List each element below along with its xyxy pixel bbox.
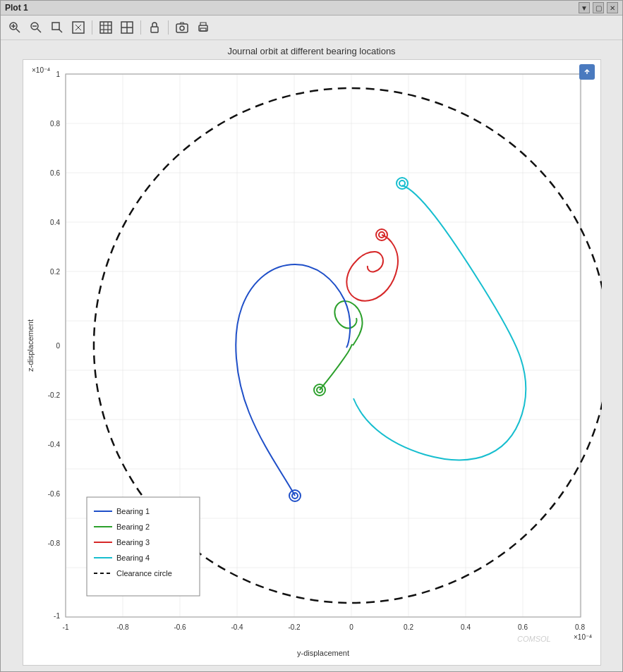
snapshot-button[interactable] <box>172 18 192 37</box>
svg-rect-21 <box>176 24 188 32</box>
title-bar: Plot 1 ▼ ▢ ✕ <box>1 1 622 16</box>
separator-1 <box>92 20 92 35</box>
svg-rect-20 <box>151 27 158 32</box>
zoom-in-button[interactable] <box>5 18 25 37</box>
svg-text:Clearance circle: Clearance circle <box>116 569 172 578</box>
svg-text:0.6: 0.6 <box>50 169 60 177</box>
svg-text:-1: -1 <box>54 612 60 620</box>
separator-3 <box>168 20 169 35</box>
svg-text:z-displacement: z-displacement <box>26 319 35 372</box>
svg-rect-16 <box>100 22 111 33</box>
plot-title: Journal orbit at different bearing locat… <box>227 46 395 56</box>
plot-area: Journal orbit at different bearing locat… <box>1 40 622 671</box>
svg-text:0.8: 0.8 <box>50 120 60 128</box>
close-button[interactable]: ✕ <box>607 2 618 13</box>
export-button[interactable] <box>579 64 595 80</box>
chart-container: 1 0.8 0.6 0.4 0.2 0 -0.2 -0.4 -0.6 -0.8 … <box>23 59 601 666</box>
zoom-box-button[interactable] <box>47 18 67 37</box>
svg-line-1 <box>16 29 20 32</box>
svg-text:-0.2: -0.2 <box>47 391 60 399</box>
svg-line-8 <box>59 29 62 32</box>
svg-text:0.2: 0.2 <box>404 623 413 631</box>
minimize-button[interactable]: ▼ <box>579 2 590 13</box>
svg-text:Bearing 2: Bearing 2 <box>116 523 150 531</box>
svg-text:0.8: 0.8 <box>575 623 585 631</box>
zoom-out-button[interactable] <box>26 18 46 37</box>
svg-text:-0.6: -0.6 <box>174 623 186 631</box>
svg-text:Bearing 4: Bearing 4 <box>116 554 150 562</box>
svg-text:-0.2: -0.2 <box>288 623 301 631</box>
svg-text:0.2: 0.2 <box>50 268 60 276</box>
svg-text:1: 1 <box>56 71 60 78</box>
svg-text:-0.4: -0.4 <box>47 441 60 448</box>
svg-rect-7 <box>52 23 59 30</box>
restore-button[interactable]: ▢ <box>593 2 604 13</box>
svg-text:COMSOL: COMSOL <box>517 635 551 643</box>
svg-text:0.6: 0.6 <box>518 623 528 631</box>
svg-text:0: 0 <box>349 623 353 631</box>
svg-text:×10⁻⁴: ×10⁻⁴ <box>32 66 50 74</box>
main-window: Plot 1 ▼ ▢ ✕ <box>0 0 623 672</box>
window-title: Plot 1 <box>5 3 28 13</box>
axes-equal-button[interactable] <box>117 18 137 37</box>
svg-text:Bearing 1: Bearing 1 <box>116 507 150 515</box>
svg-text:Bearing 3: Bearing 3 <box>116 538 150 546</box>
svg-line-5 <box>37 29 41 32</box>
svg-text:0.4: 0.4 <box>50 219 60 226</box>
title-bar-controls: ▼ ▢ ✕ <box>579 2 618 13</box>
svg-text:0: 0 <box>56 342 60 350</box>
svg-text:-0.8: -0.8 <box>116 623 129 631</box>
chart-svg: 1 0.8 0.6 0.4 0.2 0 -0.2 -0.4 -0.6 -0.8 … <box>23 60 602 666</box>
svg-text:y-displacement: y-displacement <box>297 649 349 657</box>
grid-button[interactable] <box>96 18 116 37</box>
svg-text:0.4: 0.4 <box>461 623 471 631</box>
separator-2 <box>140 20 141 35</box>
svg-text:-0.6: -0.6 <box>47 490 60 498</box>
svg-text:-0.4: -0.4 <box>231 623 243 631</box>
svg-rect-24 <box>200 28 206 31</box>
lock-button[interactable] <box>145 18 164 37</box>
svg-text:-1: -1 <box>62 623 68 631</box>
toolbar <box>1 16 622 40</box>
fit-button[interactable] <box>68 18 88 37</box>
print-button[interactable] <box>193 18 213 37</box>
svg-text:-0.8: -0.8 <box>47 539 60 547</box>
svg-point-22 <box>180 26 184 30</box>
svg-text:×10⁻⁴: ×10⁻⁴ <box>574 633 592 641</box>
